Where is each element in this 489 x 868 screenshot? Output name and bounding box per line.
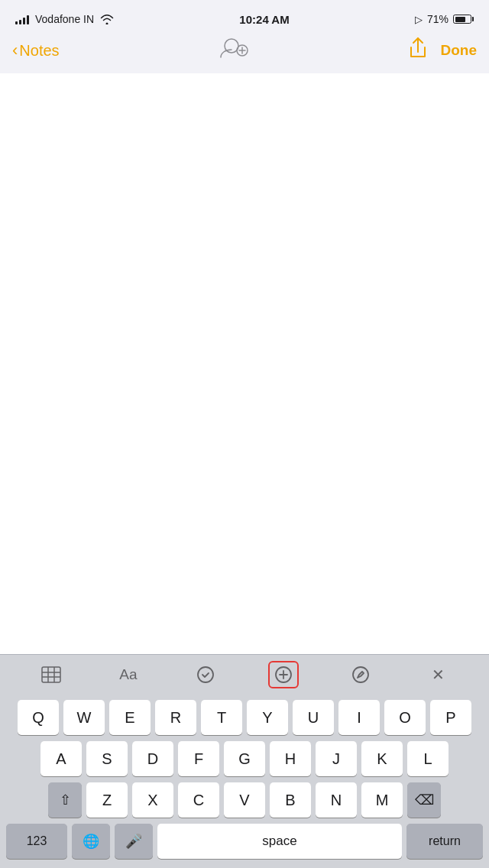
keyboard-row-4: 123 🌐 🎤 space return — [3, 824, 486, 859]
key-u[interactable]: U — [293, 700, 334, 735]
svg-rect-4 — [42, 667, 60, 682]
key-v[interactable]: V — [224, 782, 265, 818]
key-y[interactable]: Y — [247, 700, 288, 735]
key-s[interactable]: S — [86, 741, 128, 776]
battery-fill — [455, 17, 465, 22]
key-z[interactable]: Z — [86, 782, 128, 818]
back-chevron-icon: ‹ — [12, 42, 18, 59]
carrier-label: Vodafone IN — [35, 13, 94, 25]
formatting-toolbar: Aa ✕ — [0, 654, 489, 694]
key-m[interactable]: M — [361, 782, 403, 818]
back-button[interactable]: ‹ Notes — [12, 42, 60, 60]
key-g[interactable]: G — [224, 741, 265, 776]
numbers-key[interactable]: 123 — [6, 824, 67, 859]
key-h[interactable]: H — [270, 741, 311, 776]
share-icon[interactable] — [408, 37, 428, 64]
format-label: Aa — [119, 666, 137, 683]
battery-tip — [472, 17, 474, 21]
microphone-key[interactable]: 🎤 — [115, 824, 153, 859]
signal-bar-2 — [19, 20, 21, 24]
done-button[interactable]: Done — [440, 42, 477, 59]
key-o[interactable]: O — [384, 700, 426, 735]
keyboard-row-3: ⇧ Z X C V B N M ⌫ — [3, 782, 486, 818]
keyboard-row-2: A S D F G H J K L — [3, 741, 486, 776]
add-person-icon[interactable] — [219, 37, 248, 65]
draw-button[interactable] — [345, 661, 376, 688]
globe-key[interactable]: 🌐 — [72, 824, 110, 859]
space-key[interactable]: space — [157, 824, 402, 859]
battery-percent: 71% — [427, 13, 449, 25]
status-bar: Vodafone IN 10:24 AM ▷ 71% — [0, 0, 489, 34]
status-right: ▷ 71% — [415, 13, 474, 25]
format-button[interactable]: Aa — [113, 661, 144, 688]
key-a[interactable]: A — [40, 741, 82, 776]
shift-key[interactable]: ⇧ — [48, 782, 82, 818]
add-content-button[interactable] — [268, 661, 299, 688]
time-display: 10:24 AM — [239, 13, 289, 26]
key-j[interactable]: J — [316, 741, 357, 776]
keyboard[interactable]: Q W E R T Y U I O P A S D F G H J K L ⇧ … — [0, 694, 489, 868]
delete-key[interactable]: ⌫ — [407, 782, 441, 818]
nav-right: Done — [408, 37, 477, 64]
key-l[interactable]: L — [407, 741, 449, 776]
key-b[interactable]: B — [270, 782, 311, 818]
signal-bar-1 — [15, 21, 18, 24]
svg-point-13 — [353, 667, 368, 682]
note-content-area[interactable] — [0, 73, 489, 654]
key-e[interactable]: E — [109, 700, 151, 735]
key-k[interactable]: K — [361, 741, 403, 776]
key-q[interactable]: Q — [18, 700, 59, 735]
location-icon: ▷ — [415, 14, 423, 25]
keyboard-row-1: Q W E R T Y U I O P — [3, 700, 486, 735]
close-icon: ✕ — [432, 666, 445, 684]
key-t[interactable]: T — [201, 700, 242, 735]
back-label: Notes — [19, 42, 59, 60]
status-left: Vodafone IN — [15, 13, 114, 25]
svg-point-9 — [198, 667, 213, 682]
key-c[interactable]: C — [178, 782, 219, 818]
signal-bar-4 — [27, 15, 29, 24]
key-i[interactable]: I — [338, 700, 380, 735]
nav-bar: ‹ Notes Done — [0, 34, 489, 73]
key-x[interactable]: X — [132, 782, 173, 818]
key-n[interactable]: N — [316, 782, 357, 818]
key-w[interactable]: W — [63, 700, 105, 735]
checklist-button[interactable] — [190, 661, 221, 688]
signal-bars — [15, 14, 29, 24]
battery-body — [453, 15, 471, 24]
key-p[interactable]: P — [430, 700, 471, 735]
battery-icon — [453, 15, 474, 24]
nav-center — [219, 37, 248, 65]
key-d[interactable]: D — [132, 741, 173, 776]
key-f[interactable]: F — [178, 741, 219, 776]
key-r[interactable]: R — [155, 700, 196, 735]
signal-bar-3 — [23, 18, 25, 24]
table-button[interactable] — [36, 661, 66, 688]
close-keyboard-button[interactable]: ✕ — [423, 661, 453, 688]
wifi-icon — [100, 14, 114, 24]
return-key[interactable]: return — [406, 824, 483, 859]
